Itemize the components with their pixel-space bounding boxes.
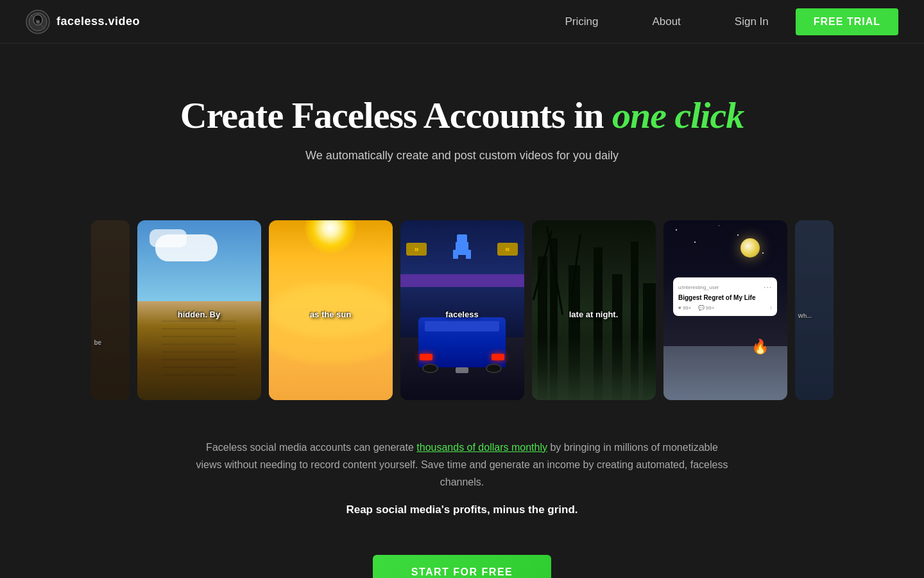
- logo-icon: [26, 10, 50, 34]
- card-partial-left: be: [91, 220, 130, 400]
- body-description: Faceless social media accounts can gener…: [193, 439, 732, 491]
- reddit-comments: 💬 99+: [698, 305, 715, 311]
- logo-text: faceless.video: [56, 15, 140, 28]
- card-clouds-inner: as the sun: [269, 220, 393, 400]
- hero-section: Create Faceless Accounts in one click We…: [0, 44, 924, 188]
- hero-title-accent: one click: [612, 94, 744, 136]
- hero-subtitle: We automatically create and post custom …: [26, 149, 898, 162]
- card-reddit-inner: 🔥 u/interesting_user ··· Biggest Regret …: [663, 220, 787, 400]
- reddit-share: ↑: [769, 305, 772, 311]
- start-free-button[interactable]: START FOR FREE: [373, 555, 551, 578]
- reddit-likes: ♥ 99+: [678, 305, 692, 311]
- logo[interactable]: faceless.video: [26, 10, 140, 34]
- card-minecraft-inner: hidden. By: [137, 220, 261, 400]
- tagline: Reap social media's profits, minus the g…: [193, 504, 732, 516]
- body-description-accent: thousands of dollars monthly: [416, 442, 547, 453]
- reddit-username: u/interesting_user: [678, 285, 719, 290]
- card-minecraft-text: hidden. By: [178, 310, 220, 319]
- reddit-post-card: u/interesting_user ··· Biggest Regret of…: [673, 277, 777, 316]
- body-section: Faceless social media accounts can gener…: [0, 426, 924, 578]
- reddit-menu-dots: ···: [764, 283, 772, 292]
- free-trial-button[interactable]: FREE TRIAL: [796, 8, 898, 35]
- reddit-post-title: Biggest Regret of My Life: [678, 293, 772, 302]
- hero-title-part1: Create Faceless Accounts in: [180, 94, 612, 136]
- card-partial-right: Wh...: [795, 220, 834, 400]
- card-clouds-text: as the sun: [310, 310, 351, 319]
- card-partial-right-text: Wh...: [798, 313, 812, 319]
- hero-title: Create Faceless Accounts in one click: [26, 95, 898, 136]
- card-gaming[interactable]: » « faceless: [400, 220, 524, 400]
- video-carousel: be hidden. By as the s: [0, 220, 924, 400]
- card-clouds[interactable]: as the sun: [269, 220, 393, 400]
- nav-pricing[interactable]: Pricing: [538, 15, 625, 28]
- card-reddit[interactable]: 🔥 u/interesting_user ··· Biggest Regret …: [663, 220, 787, 400]
- nav-signin[interactable]: Sign In: [708, 15, 796, 28]
- body-description-part1: Faceless social media accounts can gener…: [206, 442, 416, 453]
- card-forest[interactable]: late at night.: [532, 220, 656, 400]
- main-nav: Pricing About Sign In FREE TRIAL: [538, 8, 898, 35]
- card-minecraft[interactable]: hidden. By: [137, 220, 261, 400]
- nav-about[interactable]: About: [625, 15, 707, 28]
- header: faceless.video Pricing About Sign In FRE…: [0, 0, 924, 44]
- card-forest-inner: late at night.: [532, 220, 656, 400]
- card-partial-right-inner: Wh...: [795, 220, 834, 400]
- card-forest-text: late at night.: [569, 310, 619, 319]
- fire-emoji: 🔥: [751, 338, 769, 355]
- card-partial-left-inner: be: [91, 220, 130, 400]
- card-gaming-inner: » « faceless: [400, 220, 524, 400]
- card-gaming-text: faceless: [445, 310, 478, 319]
